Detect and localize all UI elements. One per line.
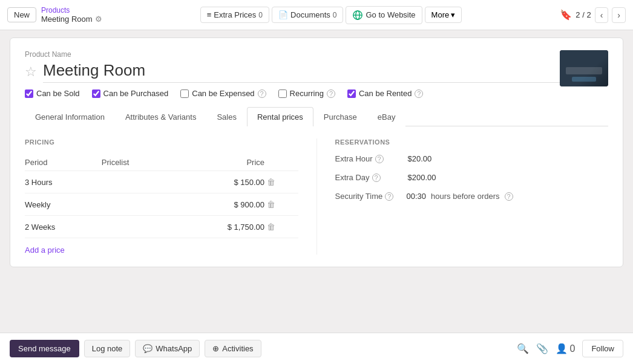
- price-col-header: Price: [171, 154, 264, 171]
- prev-button[interactable]: ‹: [595, 7, 609, 23]
- go-to-website-button[interactable]: Go to Website: [346, 6, 422, 24]
- send-message-button[interactable]: Send message: [10, 340, 79, 357]
- extra-hour-value: $20.00: [408, 154, 432, 163]
- documents-count: 0: [333, 11, 337, 19]
- followers-button[interactable]: 👤 0: [556, 343, 576, 354]
- tab-attributes-variants[interactable]: Attributes & Variants: [115, 107, 207, 126]
- delete-row-0-button[interactable]: 🗑: [264, 177, 278, 187]
- pricing-panel: PRICING Period Pricelist Price 3 Hours: [25, 138, 317, 255]
- star-icon[interactable]: ☆: [25, 64, 37, 80]
- log-note-label: Log note: [92, 344, 123, 353]
- can-be-purchased-input[interactable]: [92, 89, 100, 98]
- breadcrumb-parent[interactable]: Products: [41, 6, 102, 15]
- documents-label: Documents: [290, 10, 330, 19]
- delete-row-2-button[interactable]: 🗑: [264, 222, 278, 232]
- table-row: Weekly $ 900.00 🗑: [25, 193, 298, 216]
- follow-button[interactable]: Follow: [582, 340, 623, 357]
- reservations-section-title: RESERVATIONS: [335, 138, 609, 146]
- pagination: 2 / 2: [576, 10, 591, 19]
- content-panels: PRICING Period Pricelist Price 3 Hours: [25, 126, 608, 255]
- pricelist-col-header: Pricelist: [102, 154, 171, 171]
- tab-general-information[interactable]: General Information: [25, 107, 115, 126]
- tab-sales[interactable]: Sales: [206, 107, 247, 126]
- whatsapp-label: WhatsApp: [156, 344, 192, 353]
- tab-ebay[interactable]: eBay: [367, 107, 406, 126]
- gear-icon[interactable]: ⚙: [95, 15, 102, 24]
- product-title[interactable]: Meeting Room: [43, 61, 591, 83]
- pricing-table: Period Pricelist Price 3 Hours $ 150.00 …: [25, 154, 298, 238]
- document-icon: 📄: [278, 10, 288, 19]
- extra-day-value: $200.00: [408, 173, 436, 182]
- security-time-label: Security Time ?: [335, 192, 402, 201]
- paperclip-icon: 📎: [536, 343, 548, 354]
- recurring-help-icon[interactable]: ?: [327, 89, 335, 98]
- price-cell: $ 150.00: [171, 171, 264, 193]
- extra-hour-label: Extra Hour ?: [335, 154, 402, 163]
- extra-hour-text: Extra Hour: [335, 154, 373, 163]
- topbar: New Products Meeting Room ⚙ ≡ Extra Pric…: [0, 0, 633, 30]
- main-content: Product Name ☆ Meeting Room EN Can be So…: [0, 30, 633, 333]
- pricing-section-title: PRICING: [25, 138, 298, 146]
- security-time-orders-help-icon[interactable]: ?: [505, 192, 513, 201]
- table-row: 3 Hours $ 150.00 🗑: [25, 171, 298, 193]
- period-col-header: Period: [25, 154, 102, 171]
- extra-hour-row: Extra Hour ? $20.00: [335, 154, 609, 163]
- recurring-input[interactable]: [278, 89, 287, 98]
- delete-cell: 🗑: [264, 193, 298, 216]
- activities-button[interactable]: ⊕ Activities: [205, 340, 261, 357]
- new-button[interactable]: New: [7, 7, 36, 22]
- can-be-expensed-label: Can be Expensed: [192, 89, 254, 98]
- delete-row-1-button[interactable]: 🗑: [264, 200, 278, 209]
- breadcrumb-page: Meeting Room: [41, 15, 93, 24]
- security-time-desc: hours before orders: [431, 192, 499, 201]
- add-price-link[interactable]: Add a price: [25, 245, 65, 255]
- activities-icon: ⊕: [212, 344, 219, 353]
- search-button[interactable]: 🔍: [517, 343, 529, 354]
- can-be-rented-label: Can be Rented: [359, 89, 412, 98]
- table-row: 2 Weeks $ 1,750.00 🗑: [25, 216, 298, 238]
- product-title-row: ☆ Meeting Room EN: [25, 61, 608, 83]
- recurring-label: Recurring: [290, 89, 324, 98]
- extra-day-label: Extra Day ?: [335, 173, 402, 182]
- recurring-checkbox: Recurring ?: [278, 89, 335, 98]
- extra-hour-help-icon[interactable]: ?: [375, 155, 384, 163]
- security-time-value: 00:30: [407, 192, 427, 201]
- breadcrumb: Products Meeting Room ⚙: [41, 6, 102, 24]
- attachment-button[interactable]: 📎: [536, 343, 548, 354]
- tabs: General Information Attributes & Variant…: [25, 106, 608, 126]
- topbar-center: ≡ Extra Prices 0 📄 Documents 0 Go to Web…: [107, 6, 556, 24]
- more-button[interactable]: More ▾: [425, 7, 462, 23]
- price-cell: $ 900.00: [171, 193, 264, 216]
- can-be-rented-input[interactable]: [347, 89, 356, 98]
- extra-day-text: Extra Day: [335, 173, 370, 182]
- breadcrumb-current: Meeting Room ⚙: [41, 15, 102, 24]
- whatsapp-icon: 💬: [143, 344, 153, 353]
- delete-cell: 🗑: [264, 171, 298, 193]
- whatsapp-button[interactable]: 💬 WhatsApp: [135, 340, 200, 357]
- more-label: More: [431, 10, 450, 19]
- list-icon: ≡: [207, 10, 212, 19]
- can-be-expensed-input[interactable]: [180, 89, 189, 98]
- checkboxes-row: Can be Sold Can be Purchased Can be Expe…: [25, 89, 608, 98]
- next-button[interactable]: ›: [612, 7, 626, 23]
- price-cell: $ 1,750.00: [171, 216, 264, 238]
- can-be-rented-help-icon[interactable]: ?: [415, 89, 423, 98]
- activities-label: Activities: [222, 344, 253, 353]
- tab-purchase[interactable]: Purchase: [313, 107, 367, 126]
- log-note-button[interactable]: Log note: [84, 340, 131, 357]
- can-be-sold-label: Can be Sold: [36, 89, 80, 98]
- documents-button[interactable]: 📄 Documents 0: [272, 7, 343, 23]
- topbar-right: 🔖 2 / 2 ‹ ›: [560, 7, 626, 23]
- can-be-rented-checkbox: Can be Rented ?: [347, 89, 423, 98]
- can-be-purchased-checkbox: Can be Purchased: [92, 89, 169, 98]
- bookmark-icon[interactable]: 🔖: [560, 9, 572, 21]
- product-card: Product Name ☆ Meeting Room EN Can be So…: [10, 37, 623, 267]
- can-be-expensed-help-icon[interactable]: ?: [258, 89, 266, 98]
- extra-day-help-icon[interactable]: ?: [372, 174, 381, 182]
- extra-prices-button[interactable]: ≡ Extra Prices 0: [200, 7, 269, 23]
- tab-rental-prices[interactable]: Rental prices: [247, 107, 313, 126]
- security-time-help-icon[interactable]: ?: [385, 192, 393, 201]
- can-be-sold-input[interactable]: [25, 89, 33, 98]
- chevron-down-icon: ▾: [451, 10, 455, 19]
- person-icon: 👤: [556, 343, 568, 354]
